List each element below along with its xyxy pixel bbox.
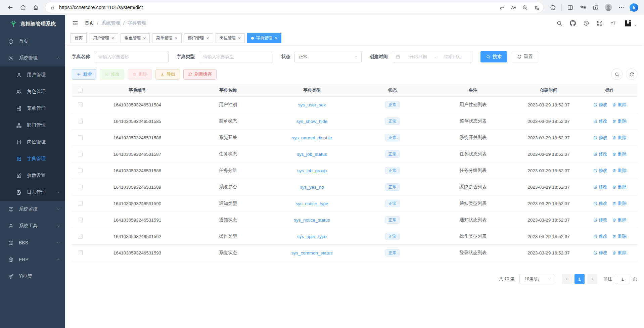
dict-type-link[interactable]: sys_notice_status [294,218,330,223]
favorites-button[interactable] [577,1,589,13]
show-search-button[interactable] [611,68,623,80]
sidebar-item-log-mgmt[interactable]: 日志管理 [0,184,65,201]
sidebar-item-yi-framework[interactable]: Yi框架 [0,268,65,285]
status-select[interactable]: 正常 [294,51,362,62]
url-text[interactable]: https://ccnetcore.com:1101/system/dict [59,5,496,10]
refresh-table-button[interactable] [626,68,637,80]
row-delete-button[interactable]: 删除 [612,118,627,124]
sidebar-item-post-mgmt[interactable]: 岗位管理 [0,134,65,150]
breadcrumb-item[interactable]: 字典管理 [128,20,146,26]
browser-home-button[interactable] [30,1,42,13]
tab-close-icon[interactable]: × [143,36,146,41]
row-checkbox[interactable] [78,218,83,222]
tab-post-mgmt[interactable]: 岗位管理× [216,33,245,43]
sidebar-item-bbs[interactable]: BBS [0,234,65,251]
tab-role-mgmt[interactable]: 角色管理× [121,33,150,43]
tab-dept-mgmt[interactable]: 部门管理× [184,33,213,43]
row-edit-button[interactable]: 修改 [593,217,607,223]
dict-type-link[interactable]: sys_oper_type [297,234,327,239]
github-icon[interactable] [570,20,576,26]
row-delete-button[interactable]: 删除 [612,168,627,174]
tab-home[interactable]: 首页 [71,33,87,43]
row-checkbox[interactable] [78,102,83,107]
row-delete-button[interactable]: 删除 [612,233,627,239]
dict-name-input[interactable] [94,51,169,62]
export-button[interactable]: 导出 [155,69,180,80]
add-button[interactable]: 新增 [72,69,96,80]
sidebar-toggle-icon[interactable] [72,20,79,27]
sidebar-item-system-mgmt[interactable]: 系统管理 [0,50,65,66]
browser-profile-button[interactable] [602,1,614,13]
row-checkbox[interactable] [78,152,83,156]
prev-page-button[interactable] [562,274,572,284]
dict-type-link[interactable]: sys_common_status [291,250,332,255]
sidebar-item-system-monitor[interactable]: 系统监控 [0,201,65,218]
sidebar-item-user-mgmt[interactable]: 用户管理 [0,66,65,83]
row-delete-button[interactable]: 删除 [612,102,627,108]
tab-close-icon[interactable]: × [175,36,177,41]
sidebar-item-dict-mgmt[interactable]: 字典管理 [0,150,65,167]
edit-button[interactable]: 修改 [100,69,124,80]
row-checkbox[interactable] [78,119,83,124]
tab-close-icon[interactable]: × [111,36,114,41]
dict-type-input[interactable] [199,51,273,62]
sidebar-item-role-mgmt[interactable]: 角色管理 [0,83,65,100]
row-edit-button[interactable]: 修改 [593,102,607,108]
row-edit-button[interactable]: 修改 [593,250,607,256]
bing-chat-button[interactable] [628,1,640,13]
sidebar-item-menu-mgmt[interactable]: 菜单管理 [0,100,65,117]
row-delete-button[interactable]: 删除 [612,250,627,256]
row-edit-button[interactable]: 修改 [593,233,607,239]
row-checkbox[interactable] [78,185,83,189]
zoom-button[interactable] [520,2,530,12]
goto-page-input[interactable] [615,274,630,284]
tab-close-icon[interactable]: × [206,36,209,41]
sidebar-item-home[interactable]: 首页 [0,33,65,50]
sidebar-item-erp[interactable]: ERP [0,251,65,268]
user-menu[interactable] [624,19,637,28]
breadcrumb-item[interactable]: 系统管理 [101,20,120,26]
row-edit-button[interactable]: 修改 [593,168,607,174]
row-edit-button[interactable]: 修改 [593,151,607,157]
browser-address-bar[interactable]: https://ccnetcore.com:1101/system/dict [45,2,544,13]
row-delete-button[interactable]: 删除 [612,184,627,190]
tab-user-mgmt[interactable]: 用户管理× [89,33,118,43]
refresh-cache-button[interactable]: 刷新缓存 [183,69,217,80]
dict-type-link[interactable]: sys_yes_no [300,185,324,190]
browser-menu-button[interactable] [615,1,627,13]
date-range-picker[interactable]: 开始日期 - 结束日期 [392,51,472,62]
fullscreen-icon[interactable] [597,20,603,26]
row-delete-button[interactable]: 删除 [612,151,627,157]
sidebar-item-param-settings[interactable]: 参数设置 [0,167,65,184]
next-page-button[interactable] [587,274,597,284]
delete-button[interactable]: 删除 [128,69,152,80]
browser-back-button[interactable] [4,1,16,13]
dict-type-link[interactable]: sys_job_status [297,152,327,157]
font-size-icon[interactable] [610,20,616,26]
row-checkbox[interactable] [78,250,83,255]
saved-password-button[interactable] [497,2,507,12]
row-delete-button[interactable]: 删除 [612,200,627,206]
select-all-checkbox[interactable] [78,88,83,93]
help-icon[interactable] [583,20,589,26]
tab-menu-mgmt[interactable]: 菜单管理× [152,33,181,43]
read-aloud-button[interactable] [508,2,518,12]
search-button[interactable]: 搜索 [480,51,507,62]
row-checkbox[interactable] [78,135,83,140]
row-edit-button[interactable]: 修改 [593,118,607,124]
split-screen-button[interactable] [564,1,576,13]
dict-type-link[interactable]: sys_show_hide [296,119,327,124]
sidebar-item-dept-mgmt[interactable]: 部门管理 [0,117,65,134]
tab-close-icon[interactable]: × [238,36,241,41]
header-search-icon[interactable] [556,20,562,26]
tab-close-icon[interactable]: × [275,36,277,41]
extensions-button[interactable] [547,1,559,13]
breadcrumb-item[interactable]: 首页 [85,20,94,26]
browser-reload-button[interactable] [17,1,29,13]
row-delete-button[interactable]: 删除 [612,217,627,223]
tab-dict-mgmt[interactable]: 字典管理× [247,33,281,43]
dict-type-link[interactable]: sys_normal_disable [292,135,332,140]
row-checkbox[interactable] [78,234,83,239]
row-edit-button[interactable]: 修改 [593,184,607,190]
row-checkbox[interactable] [78,201,83,206]
